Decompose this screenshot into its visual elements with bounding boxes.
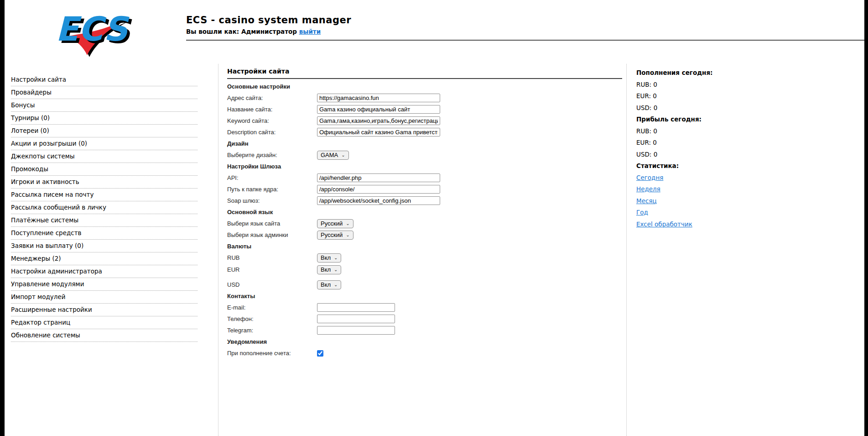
sidebar-item[interactable]: Настройки сайта (11, 74, 198, 86)
form-row: Description сайта: (227, 128, 626, 137)
sidebar-item[interactable]: Менеджеры (2) (11, 252, 198, 265)
form-section-header: Основной язык (227, 208, 626, 216)
field-label: Выбери язык админки (227, 231, 317, 238)
field-label: RUB (227, 254, 317, 261)
text-input[interactable] (317, 326, 395, 335)
field-label: Telegram: (227, 327, 317, 334)
sidebar-item[interactable]: Промокоды (11, 163, 198, 176)
stats-link-line: Excel обработчик (636, 220, 787, 228)
field-label: Выберите дизайн: (227, 152, 317, 158)
sidebar-item[interactable]: Рассылка писем на почту (11, 189, 198, 201)
stats-group-title: Пополнения сегодня: (636, 68, 787, 77)
sidebar-item[interactable]: Заявки на выплату (0) (11, 240, 198, 252)
section-title-divider (227, 78, 622, 79)
sidebar-item[interactable]: Редактор страниц (11, 316, 198, 329)
field-label: EUR (227, 266, 317, 273)
left-edge-bar (0, 0, 5, 436)
form-row: Телефон: (227, 315, 626, 323)
field-label: Description сайта: (227, 129, 317, 136)
sidebar-item[interactable]: Импорт модулей (11, 291, 198, 304)
stats-group-title: Прибыль сегодня: (636, 115, 787, 123)
form-row: API: (227, 173, 626, 182)
select[interactable]: GAMA⌄ (317, 151, 349, 160)
field-label: Адрес сайта: (227, 95, 317, 101)
field-label: E-mail: (227, 304, 317, 311)
sidebar-item[interactable]: Платёжные системы (11, 214, 198, 227)
select-value: Вкл (321, 281, 331, 288)
stats-link-line: Год (636, 208, 787, 216)
text-input[interactable] (317, 303, 395, 312)
select[interactable]: Вкл⌄ (317, 280, 341, 289)
chevron-down-icon: ⌄ (341, 153, 345, 158)
form-row: EURВкл⌄ (227, 265, 626, 274)
sidebar-item[interactable]: Лотереи (0) (11, 125, 198, 137)
stats-link[interactable]: Месяц (636, 197, 657, 205)
sidebar-item[interactable]: Акции и розыгрыши (0) (11, 137, 198, 150)
stats-link[interactable]: Сегодня (636, 174, 663, 181)
header-divider (186, 40, 864, 41)
text-input[interactable] (317, 315, 395, 323)
stats-link[interactable]: Excel обработчик (636, 221, 692, 228)
stats-link[interactable]: Неделя (636, 185, 660, 193)
stats-value-line: USD: 0 (636, 150, 787, 158)
select[interactable]: Русский⌄ (317, 219, 353, 228)
field-label: Soap шлюз: (227, 197, 317, 204)
sidebar-item[interactable]: Обновление системы (11, 329, 198, 342)
checkbox[interactable] (317, 350, 323, 357)
text-input[interactable] (317, 196, 440, 205)
sidebar-item[interactable]: Джекпоты системы (11, 150, 198, 163)
field-label: Название сайта: (227, 106, 317, 113)
svg-text:ECS: ECS (56, 10, 130, 48)
form-section-header: Дизайн (227, 139, 626, 148)
stats-panel: Пополнения сегодня:RUB: 0EUR: 0USD: 0При… (636, 68, 787, 231)
form-section-header: Контакты (227, 292, 626, 300)
sidebar-item[interactable]: Рассылка сообщений в личку (11, 201, 198, 214)
select[interactable]: Вкл⌄ (317, 253, 341, 263)
field-label: USD (227, 281, 317, 288)
sidebar-item[interactable]: Провайдеры (11, 86, 198, 99)
sidebar-item[interactable]: Настройки администратора (11, 265, 198, 278)
form-row: RUBВкл⌄ (227, 253, 626, 262)
text-input[interactable] (317, 116, 440, 125)
stats-value-line: EUR: 0 (636, 138, 787, 147)
chevron-down-icon: ⌄ (346, 233, 349, 237)
form-row: Soap шлюз: (227, 196, 626, 205)
stats-link-line: Месяц (636, 197, 787, 205)
login-status: Вы вошли как: Администратор выйти (186, 28, 351, 35)
sidebar-item[interactable]: Бонусы (11, 99, 198, 112)
chevron-down-icon: ⌄ (346, 221, 349, 226)
field-label: API: (227, 174, 317, 181)
text-input[interactable] (317, 128, 440, 137)
field-label: При пополнение счета: (227, 350, 317, 357)
stats-value-line: USD: 0 (636, 104, 787, 112)
text-input[interactable] (317, 105, 440, 114)
sidebar-item[interactable]: Управление модулями (11, 278, 198, 291)
stats-value-line: EUR: 0 (636, 92, 787, 100)
select-value: GAMA (321, 152, 338, 158)
chevron-down-icon: ⌄ (334, 268, 338, 272)
settings-form: Основные настройкиАдрес сайта:Название с… (227, 82, 626, 357)
text-input[interactable] (317, 185, 440, 194)
stats-group-title: Статистика: (636, 162, 787, 170)
text-input[interactable] (317, 94, 440, 102)
page-title: ECS - casino system manager (186, 15, 351, 26)
logo-letters: ECS ECS (56, 10, 132, 51)
logout-link[interactable]: выйти (299, 28, 321, 35)
sidebar-item[interactable]: Турниры (0) (11, 112, 198, 125)
sidebar-item[interactable]: Игроки и активность (11, 176, 198, 189)
form-row: Адрес сайта: (227, 94, 626, 102)
section-title: Настройки сайта (227, 68, 626, 75)
field-label: Keyword сайта: (227, 117, 317, 124)
form-row: Telegram: (227, 326, 626, 335)
select[interactable]: Вкл⌄ (317, 265, 341, 274)
form-row: Выберите дизайн:GAMA⌄ (227, 151, 626, 159)
sidebar-item[interactable]: Расширенные настройки (11, 304, 198, 316)
stats-value-line: RUB: 0 (636, 127, 787, 135)
form-row: USDВкл⌄ (227, 280, 626, 289)
stats-link[interactable]: Год (636, 209, 648, 216)
sidebar-item[interactable]: Поступление средств (11, 227, 198, 240)
select-value: Русский (321, 220, 343, 227)
select[interactable]: Русский⌄ (317, 231, 353, 240)
chevron-down-icon: ⌄ (334, 256, 338, 260)
text-input[interactable] (317, 173, 440, 182)
